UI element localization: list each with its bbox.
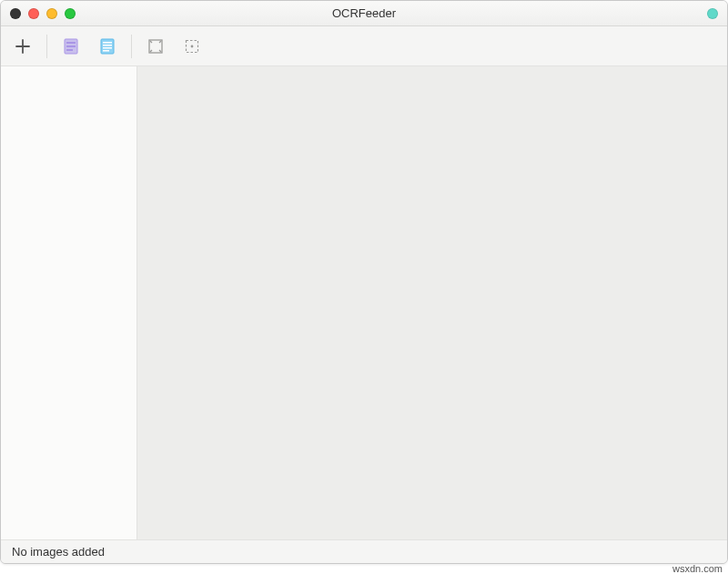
- content-area: [1, 66, 727, 539]
- recognize-text-button[interactable]: [91, 30, 124, 63]
- add-image-button[interactable]: [6, 30, 39, 63]
- main-canvas[interactable]: [137, 66, 727, 539]
- svg-rect-2: [66, 45, 76, 47]
- toolbar-separator: [46, 35, 47, 58]
- zoom-fit-button[interactable]: [139, 30, 172, 63]
- svg-rect-1: [66, 42, 76, 44]
- svg-rect-8: [103, 50, 109, 52]
- image-list-sidebar[interactable]: [1, 66, 137, 539]
- zoom-selection-button[interactable]: [176, 30, 208, 63]
- close-button[interactable]: [28, 8, 39, 19]
- window-title: OCRFeeder: [1, 6, 727, 20]
- status-message: No images added: [12, 545, 105, 559]
- plus-icon: [15, 38, 31, 55]
- svg-rect-5: [103, 42, 112, 44]
- selection-icon: [184, 38, 200, 55]
- document-text-icon: [98, 37, 116, 55]
- app-window: OCRFeeder: [0, 0, 728, 564]
- svg-rect-7: [103, 47, 112, 49]
- status-indicator-icon: [707, 8, 718, 19]
- toolbar: [1, 26, 727, 66]
- detect-layout-button[interactable]: [55, 30, 87, 63]
- toolbar-separator: [131, 35, 132, 58]
- app-menu-icon[interactable]: [10, 8, 21, 19]
- fit-icon: [147, 38, 164, 55]
- maximize-button[interactable]: [65, 8, 76, 19]
- window-controls: [10, 8, 76, 19]
- titlebar: OCRFeeder: [1, 1, 727, 26]
- statusbar: No images added: [1, 539, 727, 563]
- watermark: wsxdn.com: [672, 563, 723, 574]
- layout-icon: [62, 37, 80, 55]
- svg-point-11: [191, 45, 194, 47]
- svg-rect-6: [103, 45, 112, 46]
- svg-rect-4: [101, 39, 114, 54]
- minimize-button[interactable]: [46, 8, 57, 19]
- svg-rect-3: [66, 49, 73, 51]
